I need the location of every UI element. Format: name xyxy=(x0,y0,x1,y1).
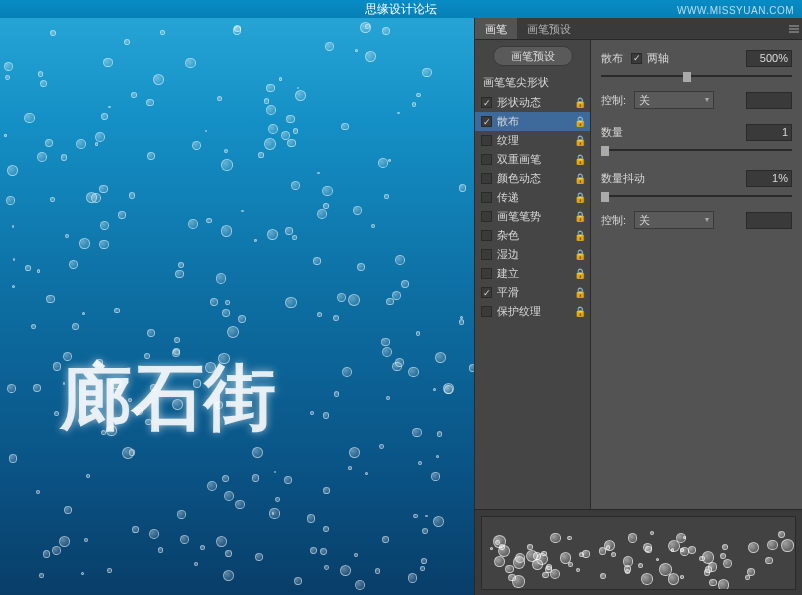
panel-menu-icon[interactable] xyxy=(786,18,802,39)
lock-icon[interactable]: 🔒 xyxy=(574,230,584,241)
brush-preset-button[interactable]: 画笔预设 xyxy=(493,46,573,66)
count-jitter-control-label: 控制: xyxy=(601,213,626,228)
chevron-down-icon: ▾ xyxy=(705,212,709,228)
lock-icon[interactable]: 🔒 xyxy=(574,116,584,127)
brush-panel: 画笔 画笔预设 画笔预设 画笔笔尖形状 形状动态🔒散布🔒纹理🔒双重画笔🔒颜色动态… xyxy=(474,18,802,595)
lock-icon[interactable]: 🔒 xyxy=(574,268,584,279)
option-brush_pose[interactable]: 画笔笔势🔒 xyxy=(475,207,590,226)
both-axes-label: 两轴 xyxy=(647,51,669,66)
option-label: 杂色 xyxy=(497,228,574,243)
panel-tabs: 画笔 画笔预设 xyxy=(475,18,802,40)
count-slider[interactable] xyxy=(601,144,792,156)
scatter-label: 散布 xyxy=(601,51,623,66)
option-noise[interactable]: 杂色🔒 xyxy=(475,226,590,245)
lock-icon[interactable]: 🔒 xyxy=(574,154,584,165)
option-label: 湿边 xyxy=(497,247,574,262)
scatter-control-field[interactable] xyxy=(746,92,792,109)
count-jitter-slider[interactable] xyxy=(601,190,792,202)
checkbox-build_up[interactable] xyxy=(481,268,492,279)
scatter-control-label: 控制: xyxy=(601,93,626,108)
checkbox-smoothing[interactable] xyxy=(481,287,492,298)
checkbox-noise[interactable] xyxy=(481,230,492,241)
tip-shape-label[interactable]: 画笔笔尖形状 xyxy=(475,72,590,93)
count-jitter-control-value: 关 xyxy=(639,212,650,228)
top-banner: 思缘设计论坛 WWW.MISSYUAN.COM xyxy=(0,0,802,18)
option-transfer[interactable]: 传递🔒 xyxy=(475,188,590,207)
option-label: 纹理 xyxy=(497,133,574,148)
count-label: 数量 xyxy=(601,125,623,140)
lock-icon[interactable]: 🔒 xyxy=(574,135,584,146)
scatter-control-dropdown[interactable]: 关 ▾ xyxy=(634,91,714,109)
option-label: 保护纹理 xyxy=(497,304,574,319)
checkbox-dual_brush[interactable] xyxy=(481,154,492,165)
option-label: 画笔笔势 xyxy=(497,209,574,224)
option-shape_dynamics[interactable]: 形状动态🔒 xyxy=(475,93,590,112)
option-color_dynamics[interactable]: 颜色动态🔒 xyxy=(475,169,590,188)
count-value-field[interactable]: 1 xyxy=(746,124,792,141)
lock-icon[interactable]: 🔒 xyxy=(574,306,584,317)
option-wet_edges[interactable]: 湿边🔒 xyxy=(475,245,590,264)
checkbox-protect_texture[interactable] xyxy=(481,306,492,317)
option-label: 双重画笔 xyxy=(497,152,574,167)
lock-icon[interactable]: 🔒 xyxy=(574,287,584,298)
lock-icon[interactable]: 🔒 xyxy=(574,173,584,184)
option-label: 平滑 xyxy=(497,285,574,300)
option-scatter[interactable]: 散布🔒 xyxy=(475,112,590,131)
option-smoothing[interactable]: 平滑🔒 xyxy=(475,283,590,302)
both-axes-checkbox[interactable] xyxy=(631,53,642,64)
brush-preview xyxy=(475,509,802,595)
canvas-area: 廊石街 xyxy=(0,0,474,595)
lock-icon[interactable]: 🔒 xyxy=(574,97,584,108)
option-label: 建立 xyxy=(497,266,574,281)
option-dual_brush[interactable]: 双重画笔🔒 xyxy=(475,150,590,169)
scatter-value-field[interactable]: 500% xyxy=(746,50,792,67)
checkbox-color_dynamics[interactable] xyxy=(481,173,492,184)
count-jitter-label: 数量抖动 xyxy=(601,171,645,186)
brush-preview-canvas xyxy=(481,516,796,590)
tab-brush[interactable]: 画笔 xyxy=(475,18,517,39)
count-jitter-value-field[interactable]: 1% xyxy=(746,170,792,187)
bubble-text-art: 廊石街 xyxy=(60,350,276,446)
scatter-slider[interactable] xyxy=(601,70,792,82)
count-jitter-control-dropdown[interactable]: 关 ▾ xyxy=(634,211,714,229)
option-protect_texture[interactable]: 保护纹理🔒 xyxy=(475,302,590,321)
scatter-control-value: 关 xyxy=(639,92,650,108)
checkbox-shape_dynamics[interactable] xyxy=(481,97,492,108)
tab-brush-preset[interactable]: 画笔预设 xyxy=(517,18,581,39)
option-label: 散布 xyxy=(497,114,574,129)
checkbox-wet_edges[interactable] xyxy=(481,249,492,260)
option-label: 颜色动态 xyxy=(497,171,574,186)
lock-icon[interactable]: 🔒 xyxy=(574,211,584,222)
checkbox-brush_pose[interactable] xyxy=(481,211,492,222)
option-texture[interactable]: 纹理🔒 xyxy=(475,131,590,150)
option-label: 形状动态 xyxy=(497,95,574,110)
lock-icon[interactable]: 🔒 xyxy=(574,192,584,203)
option-label: 传递 xyxy=(497,190,574,205)
checkbox-scatter[interactable] xyxy=(481,116,492,127)
checkbox-texture[interactable] xyxy=(481,135,492,146)
count-jitter-control-field[interactable] xyxy=(746,212,792,229)
checkbox-transfer[interactable] xyxy=(481,192,492,203)
option-build_up[interactable]: 建立🔒 xyxy=(475,264,590,283)
lock-icon[interactable]: 🔒 xyxy=(574,249,584,260)
site-name: 思缘设计论坛 xyxy=(365,2,437,16)
chevron-down-icon: ▾ xyxy=(705,92,709,108)
